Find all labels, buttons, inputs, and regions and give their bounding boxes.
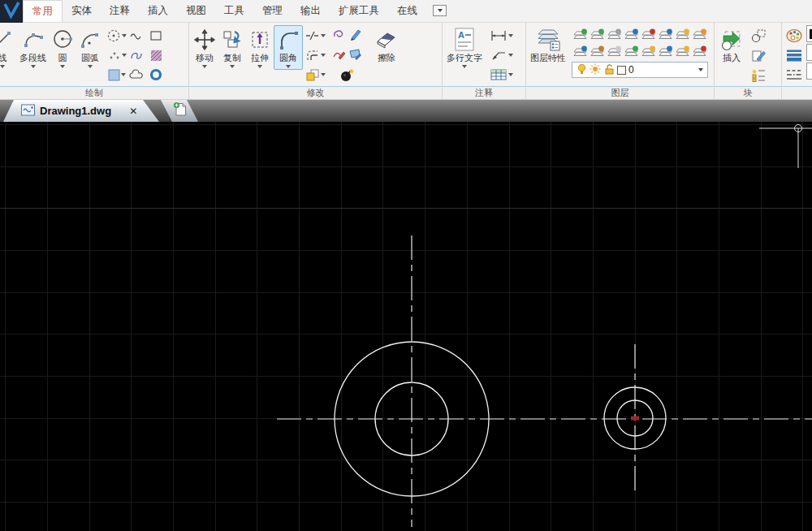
app-logo[interactable] bbox=[0, 0, 23, 23]
menu-item[interactable]: 管理 bbox=[253, 0, 292, 22]
panel-annotate: A 多行文字 注释 bbox=[443, 23, 526, 99]
edit-hatch-button[interactable] bbox=[348, 47, 362, 63]
layer-update-icon bbox=[658, 45, 673, 58]
erase-button[interactable]: 擦除 bbox=[372, 25, 401, 65]
offset-button[interactable] bbox=[305, 45, 326, 65]
close-tab-icon[interactable]: ✕ bbox=[129, 106, 137, 117]
insert-block-label: 插入 bbox=[723, 53, 741, 63]
copy-button[interactable]: 复制 bbox=[218, 25, 246, 70]
spline-button[interactable] bbox=[127, 45, 146, 65]
layer-states-icon bbox=[572, 45, 588, 58]
chevron-down-icon[interactable] bbox=[698, 68, 703, 71]
linetype-select[interactable] bbox=[806, 63, 812, 80]
ellipse-button[interactable] bbox=[107, 26, 127, 45]
menu-item[interactable]: 在线 bbox=[388, 0, 426, 22]
menu-tabs: 常用实体注释插入视图工具管理输出扩展工具在线 bbox=[23, 0, 426, 22]
new-drawing-button[interactable] bbox=[161, 100, 198, 122]
rectangle-button[interactable] bbox=[146, 26, 166, 45]
layer-make-current-button[interactable] bbox=[657, 25, 674, 42]
edit-spline-button[interactable] bbox=[332, 47, 347, 63]
layer-unlock-button[interactable] bbox=[674, 42, 691, 59]
layer-off-button[interactable] bbox=[606, 25, 623, 42]
move-button[interactable]: 移动 bbox=[191, 25, 218, 70]
linetype-button[interactable] bbox=[785, 65, 803, 84]
layer-on-all-button[interactable] bbox=[674, 25, 691, 42]
panel-properties bbox=[782, 23, 812, 99]
polyline-label: 多段线 bbox=[19, 53, 46, 63]
layer-properties-button[interactable]: 图层特性 bbox=[528, 25, 568, 65]
menu-item[interactable]: 常用 bbox=[23, 0, 63, 22]
point-button[interactable] bbox=[107, 45, 127, 65]
layer-delete-button[interactable] bbox=[691, 42, 708, 59]
arc-button[interactable]: 圆弧 bbox=[76, 25, 104, 70]
layer-thaw-all-button[interactable] bbox=[691, 25, 708, 42]
layer-combo[interactable]: 0 bbox=[572, 62, 708, 78]
menu-item[interactable]: 注释 bbox=[101, 0, 139, 22]
menu-item[interactable]: 工具 bbox=[215, 0, 253, 22]
document-tab-bar: Drawing1.dwg ✕ bbox=[0, 99, 812, 122]
hatch-button[interactable] bbox=[146, 45, 166, 65]
menu-item[interactable]: 实体 bbox=[63, 0, 101, 22]
bulb-on-icon bbox=[577, 63, 587, 77]
cloud-button[interactable] bbox=[127, 65, 146, 84]
donut-button[interactable] bbox=[146, 65, 166, 84]
color-palette-button[interactable] bbox=[785, 26, 803, 45]
layer-thaw-all-icon bbox=[692, 28, 707, 41]
arc-icon bbox=[79, 27, 102, 53]
menu-item[interactable]: 扩展工具 bbox=[330, 0, 388, 22]
layer-delete-icon bbox=[692, 45, 707, 58]
object-color-select[interactable] bbox=[806, 25, 812, 42]
circle-button[interactable]: 圆 bbox=[49, 25, 76, 70]
mtext-button[interactable]: A 多行文字 bbox=[444, 25, 485, 70]
revision-curve-button[interactable] bbox=[127, 26, 146, 45]
block-attributes-button[interactable] bbox=[750, 65, 767, 84]
leader-button[interactable] bbox=[490, 45, 513, 65]
menu-overflow-button[interactable] bbox=[433, 5, 447, 16]
line-button[interactable]: 线 bbox=[0, 25, 17, 70]
dropdown-caret bbox=[60, 65, 65, 68]
menu-item[interactable]: 插入 bbox=[139, 0, 177, 22]
dropdown-caret bbox=[122, 54, 127, 57]
polyline-button[interactable]: 多段线 bbox=[17, 25, 49, 70]
arc-label: 圆弧 bbox=[81, 53, 99, 63]
layer-freeze-button[interactable] bbox=[623, 25, 640, 42]
line-icon bbox=[0, 27, 12, 53]
layer-states-button[interactable] bbox=[572, 42, 589, 59]
insert-block-button[interactable]: 插入 bbox=[716, 25, 747, 65]
fillet-icon bbox=[276, 27, 300, 53]
lineweight-select[interactable] bbox=[806, 44, 812, 61]
join-button[interactable] bbox=[331, 28, 348, 44]
explode-button[interactable] bbox=[305, 65, 326, 84]
layer-lock-button[interactable] bbox=[640, 25, 657, 42]
gradient-button[interactable] bbox=[107, 65, 127, 84]
panel-draw: 线 多段线 圆 bbox=[0, 23, 189, 99]
lineweight-button[interactable] bbox=[785, 45, 803, 65]
create-block-button[interactable] bbox=[750, 26, 767, 45]
drawing-canvas[interactable] bbox=[0, 122, 812, 531]
explode-bomb-button[interactable] bbox=[328, 65, 365, 84]
dimension-button[interactable] bbox=[490, 26, 513, 45]
app-logo-icon bbox=[1, 0, 22, 24]
stretch-button[interactable]: 拉伸 bbox=[246, 25, 274, 70]
layer-properties-icon bbox=[534, 27, 562, 53]
move-label: 移动 bbox=[196, 53, 214, 63]
stretch-icon bbox=[248, 27, 271, 53]
layer-walk-button[interactable] bbox=[640, 42, 657, 59]
table-button[interactable] bbox=[490, 65, 513, 84]
dropdown-caret bbox=[230, 65, 235, 68]
layer-merge-button[interactable] bbox=[623, 42, 640, 59]
dropdown-caret bbox=[321, 54, 326, 57]
layer-unisolate-icon bbox=[590, 28, 605, 41]
layer-update-button[interactable] bbox=[657, 42, 674, 59]
fillet-button[interactable]: 圆角 bbox=[274, 25, 303, 70]
document-tab[interactable]: Drawing1.dwg ✕ bbox=[3, 100, 159, 122]
edit-polyline-button[interactable] bbox=[348, 28, 363, 44]
edit-block-button[interactable] bbox=[750, 45, 767, 65]
menu-item[interactable]: 视图 bbox=[177, 0, 215, 22]
layer-unisolate-button[interactable] bbox=[589, 25, 606, 42]
layer-edit-button[interactable] bbox=[589, 42, 606, 59]
menu-item[interactable]: 输出 bbox=[292, 0, 330, 22]
layer-match-button[interactable] bbox=[606, 42, 623, 59]
trim-button[interactable] bbox=[305, 26, 326, 45]
layer-isolate-button[interactable] bbox=[572, 25, 589, 42]
